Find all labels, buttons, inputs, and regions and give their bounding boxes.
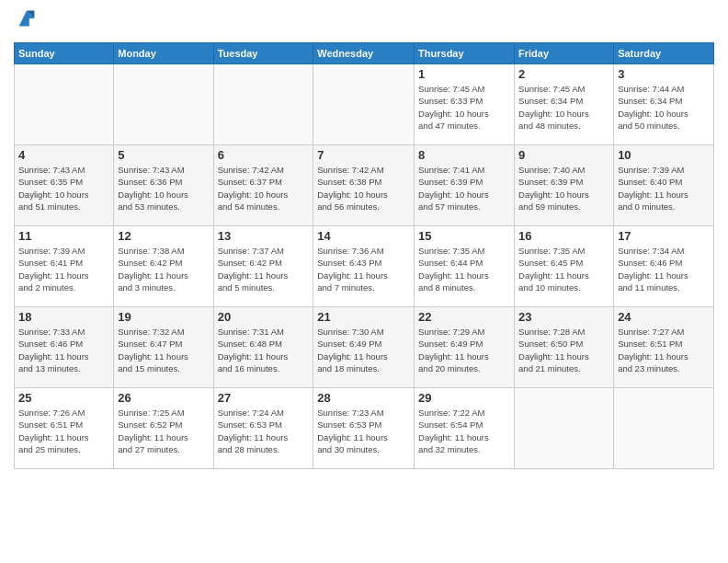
day-info: Sunrise: 7:23 AMSunset: 6:53 PMDaylight:… — [317, 407, 410, 455]
day-info: Sunrise: 7:31 AMSunset: 6:48 PMDaylight:… — [218, 326, 310, 374]
logo-icon — [14, 6, 40, 31]
day-number: 8 — [418, 148, 510, 162]
header-row: SundayMondayTuesdayWednesdayThursdayFrid… — [15, 43, 714, 64]
day-info: Sunrise: 7:45 AMSunset: 6:33 PMDaylight:… — [418, 83, 510, 132]
day-number: 15 — [418, 229, 510, 243]
day-cell — [515, 388, 614, 469]
day-number: 11 — [18, 229, 109, 243]
header — [14, 9, 714, 35]
day-info: Sunrise: 7:38 AMSunset: 6:42 PMDaylight:… — [118, 245, 209, 293]
week-row-1: 4Sunrise: 7:43 AMSunset: 6:35 PMDaylight… — [15, 145, 714, 226]
day-number: 24 — [618, 310, 710, 324]
day-cell: 9Sunrise: 7:40 AMSunset: 6:39 PMDaylight… — [515, 145, 614, 226]
day-number: 1 — [418, 67, 510, 81]
day-header-sunday: Sunday — [15, 43, 114, 64]
day-info: Sunrise: 7:26 AMSunset: 6:51 PMDaylight:… — [18, 407, 109, 455]
day-number: 22 — [418, 310, 510, 324]
day-info: Sunrise: 7:34 AMSunset: 6:46 PMDaylight:… — [618, 245, 710, 293]
day-cell: 11Sunrise: 7:39 AMSunset: 6:41 PMDayligh… — [15, 226, 114, 307]
day-info: Sunrise: 7:39 AMSunset: 6:41 PMDaylight:… — [18, 245, 109, 293]
day-number: 16 — [518, 229, 609, 243]
day-cell: 5Sunrise: 7:43 AMSunset: 6:36 PMDaylight… — [114, 145, 213, 226]
day-number: 26 — [118, 391, 209, 405]
day-cell: 10Sunrise: 7:39 AMSunset: 6:40 PMDayligh… — [614, 145, 714, 226]
day-cell: 19Sunrise: 7:32 AMSunset: 6:47 PMDayligh… — [114, 307, 213, 388]
day-cell: 26Sunrise: 7:25 AMSunset: 6:52 PMDayligh… — [114, 388, 213, 469]
logo — [14, 9, 40, 35]
week-row-0: 1Sunrise: 7:45 AMSunset: 6:33 PMDaylight… — [15, 64, 714, 145]
day-number: 5 — [118, 148, 209, 162]
day-cell: 1Sunrise: 7:45 AMSunset: 6:33 PMDaylight… — [415, 64, 515, 145]
day-info: Sunrise: 7:43 AMSunset: 6:36 PMDaylight:… — [118, 164, 209, 213]
day-cell — [213, 64, 313, 145]
day-header-monday: Monday — [114, 43, 213, 64]
day-cell: 22Sunrise: 7:29 AMSunset: 6:49 PMDayligh… — [415, 307, 515, 388]
day-header-saturday: Saturday — [614, 43, 714, 64]
day-cell: 20Sunrise: 7:31 AMSunset: 6:48 PMDayligh… — [213, 307, 313, 388]
day-cell: 13Sunrise: 7:37 AMSunset: 6:42 PMDayligh… — [213, 226, 313, 307]
day-info: Sunrise: 7:43 AMSunset: 6:35 PMDaylight:… — [18, 164, 109, 213]
day-info: Sunrise: 7:28 AMSunset: 6:50 PMDaylight:… — [518, 326, 609, 374]
day-number: 10 — [618, 148, 710, 162]
day-number: 19 — [118, 310, 209, 324]
day-cell: 27Sunrise: 7:24 AMSunset: 6:53 PMDayligh… — [213, 388, 313, 469]
day-info: Sunrise: 7:37 AMSunset: 6:42 PMDaylight:… — [218, 245, 310, 293]
week-row-3: 18Sunrise: 7:33 AMSunset: 6:46 PMDayligh… — [15, 307, 714, 388]
day-cell: 28Sunrise: 7:23 AMSunset: 6:53 PMDayligh… — [313, 388, 415, 469]
week-row-2: 11Sunrise: 7:39 AMSunset: 6:41 PMDayligh… — [15, 226, 714, 307]
day-info: Sunrise: 7:40 AMSunset: 6:39 PMDaylight:… — [518, 164, 609, 213]
day-cell: 23Sunrise: 7:28 AMSunset: 6:50 PMDayligh… — [515, 307, 614, 388]
day-number: 23 — [518, 310, 609, 324]
day-cell: 14Sunrise: 7:36 AMSunset: 6:43 PMDayligh… — [313, 226, 415, 307]
day-number: 6 — [218, 148, 310, 162]
page: SundayMondayTuesdayWednesdayThursdayFrid… — [0, 0, 728, 563]
day-number: 2 — [518, 67, 609, 81]
day-number: 25 — [18, 391, 109, 405]
day-header-wednesday: Wednesday — [313, 43, 415, 64]
day-info: Sunrise: 7:33 AMSunset: 6:46 PMDaylight:… — [18, 326, 109, 374]
day-cell: 15Sunrise: 7:35 AMSunset: 6:44 PMDayligh… — [415, 226, 515, 307]
day-cell: 6Sunrise: 7:42 AMSunset: 6:37 PMDaylight… — [213, 145, 313, 226]
day-cell: 25Sunrise: 7:26 AMSunset: 6:51 PMDayligh… — [15, 388, 114, 469]
day-cell: 12Sunrise: 7:38 AMSunset: 6:42 PMDayligh… — [114, 226, 213, 307]
day-number: 7 — [317, 148, 410, 162]
day-header-friday: Friday — [515, 43, 614, 64]
day-info: Sunrise: 7:42 AMSunset: 6:38 PMDaylight:… — [317, 164, 410, 213]
day-cell — [15, 64, 114, 145]
week-row-4: 25Sunrise: 7:26 AMSunset: 6:51 PMDayligh… — [15, 388, 714, 469]
day-header-thursday: Thursday — [415, 43, 515, 64]
day-cell — [313, 64, 415, 145]
day-cell: 21Sunrise: 7:30 AMSunset: 6:49 PMDayligh… — [313, 307, 415, 388]
day-cell: 8Sunrise: 7:41 AMSunset: 6:39 PMDaylight… — [415, 145, 515, 226]
day-cell: 3Sunrise: 7:44 AMSunset: 6:34 PMDaylight… — [614, 64, 714, 145]
day-info: Sunrise: 7:39 AMSunset: 6:40 PMDaylight:… — [618, 164, 710, 213]
day-info: Sunrise: 7:30 AMSunset: 6:49 PMDaylight:… — [317, 326, 410, 374]
day-cell: 18Sunrise: 7:33 AMSunset: 6:46 PMDayligh… — [15, 307, 114, 388]
day-info: Sunrise: 7:41 AMSunset: 6:39 PMDaylight:… — [418, 164, 510, 213]
day-cell: 4Sunrise: 7:43 AMSunset: 6:35 PMDaylight… — [15, 145, 114, 226]
day-number: 17 — [618, 229, 710, 243]
day-info: Sunrise: 7:22 AMSunset: 6:54 PMDaylight:… — [418, 407, 510, 455]
day-number: 18 — [18, 310, 109, 324]
day-info: Sunrise: 7:24 AMSunset: 6:53 PMDaylight:… — [218, 407, 310, 455]
day-number: 13 — [218, 229, 310, 243]
day-number: 9 — [518, 148, 609, 162]
day-cell: 29Sunrise: 7:22 AMSunset: 6:54 PMDayligh… — [415, 388, 515, 469]
day-info: Sunrise: 7:35 AMSunset: 6:44 PMDaylight:… — [418, 245, 510, 293]
day-number: 4 — [18, 148, 109, 162]
day-info: Sunrise: 7:45 AMSunset: 6:34 PMDaylight:… — [518, 83, 609, 132]
day-cell: 17Sunrise: 7:34 AMSunset: 6:46 PMDayligh… — [614, 226, 714, 307]
day-cell: 2Sunrise: 7:45 AMSunset: 6:34 PMDaylight… — [515, 64, 614, 145]
day-info: Sunrise: 7:35 AMSunset: 6:45 PMDaylight:… — [518, 245, 609, 293]
day-number: 14 — [317, 229, 410, 243]
day-info: Sunrise: 7:36 AMSunset: 6:43 PMDaylight:… — [317, 245, 410, 293]
day-number: 29 — [418, 391, 510, 405]
day-number: 21 — [317, 310, 410, 324]
day-number: 27 — [218, 391, 310, 405]
calendar: SundayMondayTuesdayWednesdayThursdayFrid… — [14, 42, 714, 469]
day-number: 20 — [218, 310, 310, 324]
day-cell: 24Sunrise: 7:27 AMSunset: 6:51 PMDayligh… — [614, 307, 714, 388]
day-info: Sunrise: 7:44 AMSunset: 6:34 PMDaylight:… — [618, 83, 710, 132]
day-info: Sunrise: 7:27 AMSunset: 6:51 PMDaylight:… — [618, 326, 710, 374]
day-cell: 16Sunrise: 7:35 AMSunset: 6:45 PMDayligh… — [515, 226, 614, 307]
